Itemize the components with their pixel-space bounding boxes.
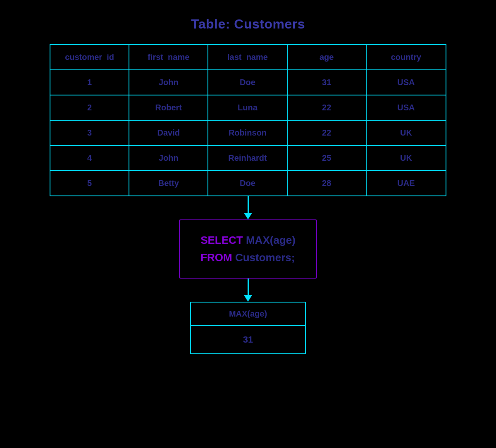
header-customer-id: customer_id [50, 45, 129, 69]
cell-fname-2: Robert [129, 95, 208, 120]
cell-id-2: 2 [50, 95, 129, 120]
cell-lname-5: Doe [208, 171, 287, 195]
arrow-sql-to-result [244, 279, 252, 302]
cell-age-4: 25 [288, 146, 367, 170]
cell-age-3: 22 [288, 121, 367, 145]
table-row: 4 John Reinhardt 25 UK [50, 146, 446, 171]
table-row: 2 Robert Luna 22 USA [50, 95, 446, 121]
table-row: 1 John Doe 31 USA [50, 70, 446, 95]
cell-age-5: 28 [288, 171, 367, 195]
page-title: Table: Customers [191, 17, 305, 32]
cell-id-1: 1 [50, 70, 129, 95]
table-header-row: customer_id first_name last_name age cou… [50, 45, 446, 70]
cell-country-3: UK [367, 121, 446, 145]
sql-from-keyword: FROM [200, 251, 232, 264]
cell-fname-4: John [129, 146, 208, 170]
result-table: MAX(age) 31 [190, 302, 306, 354]
cell-id-5: 5 [50, 171, 129, 195]
cell-id-3: 3 [50, 121, 129, 145]
cell-country-5: UAE [367, 171, 446, 195]
sql-select-keyword: SELECT [200, 234, 243, 246]
cell-age-1: 31 [288, 70, 367, 95]
cell-country-1: USA [367, 70, 446, 95]
cell-lname-1: Doe [208, 70, 287, 95]
sql-table-name: Customers; [232, 251, 295, 264]
cell-lname-3: Robinson [208, 121, 287, 145]
header-first-name: first_name [129, 45, 208, 69]
cell-fname-1: John [129, 70, 208, 95]
header-country: country [367, 45, 446, 69]
header-age: age [288, 45, 367, 69]
table-row: 5 Betty Doe 28 UAE [50, 171, 446, 195]
table-row: 3 David Robinson 22 UK [50, 121, 446, 146]
cell-fname-5: Betty [129, 171, 208, 195]
cell-id-4: 4 [50, 146, 129, 170]
cell-age-2: 22 [288, 95, 367, 120]
cell-fname-3: David [129, 121, 208, 145]
result-value: 31 [191, 326, 305, 353]
cell-lname-2: Luna [208, 95, 287, 120]
cell-country-2: USA [367, 95, 446, 120]
cell-country-4: UK [367, 146, 446, 170]
sql-max-func: MAX(age) [243, 234, 296, 246]
customers-table: customer_id first_name last_name age cou… [50, 44, 446, 196]
sql-box: SELECT MAX(age) FROM Customers; [179, 219, 317, 279]
cell-lname-4: Reinhardt [208, 146, 287, 170]
result-header: MAX(age) [191, 303, 305, 326]
header-last-name: last_name [208, 45, 287, 69]
arrow-table-to-sql [244, 196, 252, 219]
